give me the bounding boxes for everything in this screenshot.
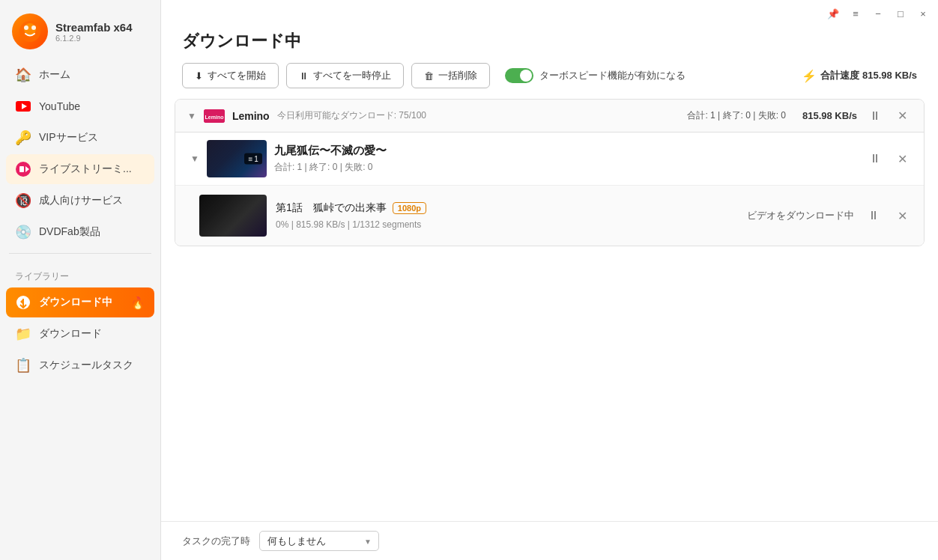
svg-text:Lemino: Lemino (205, 115, 223, 120)
sidebar-item-home[interactable]: 🏠 ホーム (6, 60, 154, 90)
sidebar-item-home-label: ホーム (39, 68, 70, 82)
page-title: ダウンロード中 (182, 30, 301, 52)
episode-status: ビデオをダウンロード中 (747, 209, 854, 222)
title-chevron[interactable]: ▼ (190, 153, 199, 164)
fire-icon: 🔥 (130, 296, 145, 310)
lib-item-downloading[interactable]: ダウンロード中 🔥 (6, 287, 154, 317)
title-close-button[interactable]: ✕ (893, 150, 912, 168)
lib-item-schedule[interactable]: 📋 スケジュールタスク (6, 350, 154, 380)
quality-badge: 1080p (393, 202, 426, 214)
app-name: Streamfab x64 (55, 21, 133, 34)
pause-all-label: すべてを一時停止 (313, 69, 391, 82)
sidebar-item-live[interactable]: ライブストリーミ... (6, 154, 154, 184)
lib-item-downloading-label: ダウンロード中 (39, 296, 112, 309)
episode-progress: 0% | 815.98 KB/s | 1/1312 segments (276, 219, 738, 230)
title-stats: 合計: 1 | 終了: 0 | 失敗: 0 (274, 161, 857, 174)
start-all-button[interactable]: ⬇ すべてを開始 (182, 63, 279, 88)
start-all-label: すべてを開始 (208, 69, 266, 82)
delete-all-button[interactable]: 🗑 一括削除 (411, 63, 490, 88)
adult-icon: 🔞 (15, 192, 31, 209)
titlebar: 📌 ≡ − □ × (161, 0, 938, 22)
episode-close-button[interactable]: ✕ (893, 207, 912, 225)
sidebar-item-dvd-label: DVDFab製品 (39, 225, 100, 239)
delete-all-icon: 🗑 (424, 70, 434, 82)
lib-item-downloaded[interactable]: 📁 ダウンロード (6, 319, 154, 349)
speed-text: 合計速度 815.98 KB/s (820, 69, 917, 82)
episode-title-row: 第1話 狐峠での出来事 1080p (276, 201, 738, 215)
maximize-button[interactable]: □ (892, 4, 910, 22)
title-name: 九尾狐伝〜不滅の愛〜 (274, 144, 857, 158)
sidebar-item-dvd[interactable]: 💿 DVDFab製品 (6, 217, 154, 247)
sidebar-item-vip-label: VIPサービス (39, 131, 98, 144)
sidebar-item-adult-label: 成人向けサービス (39, 194, 123, 207)
schedule-icon: 📋 (15, 357, 31, 374)
library-menu: ダウンロード中 🔥 📁 ダウンロード 📋 スケジュールタスク (0, 287, 160, 380)
turbo-toggle[interactable] (505, 68, 533, 83)
nav-separator (9, 253, 151, 254)
service-logo: Lemino (204, 109, 225, 123)
nav-menu: 🏠 ホーム YouTube 🔑 VIPサービス ライブストリーミ... 🔞 成人… (0, 60, 160, 247)
speed-icon: ⚡ (802, 69, 817, 83)
library-section-label: ライブラリー (0, 260, 160, 287)
episode-title: 第1話 狐峠での出来事 (276, 201, 387, 215)
svg-point-3 (31, 25, 36, 30)
task-completion-select-wrapper: 何もしません シャットダウン スリープ アプリを終了 (259, 531, 379, 551)
start-all-icon: ⬇ (195, 70, 203, 82)
home-icon: 🏠 (15, 67, 31, 83)
bottom-bar: タスクの完了時 何もしません シャットダウン スリープ アプリを終了 (161, 521, 938, 560)
toolbar: ⬇ すべてを開始 ⏸ すべてを一時停止 🗑 一括削除 ターボスピード機能が有効に… (161, 63, 938, 99)
episode-count-badge: ≡ 1 (244, 153, 261, 165)
service-header: ▼ Lemino Lemino 今日利用可能なダウンロード: 75/100 合計… (175, 100, 924, 133)
close-button[interactable]: × (914, 4, 932, 22)
downloading-icon (15, 294, 31, 311)
lib-item-downloaded-label: ダウンロード (39, 327, 102, 341)
episode-info: 第1話 狐峠での出来事 1080p 0% | 815.98 KB/s | 1/1… (276, 201, 738, 230)
vip-icon: 🔑 (15, 130, 31, 146)
service-stats: 合計: 1 | 終了: 0 | 失敗: 0 (687, 109, 786, 122)
main-content: 📌 ≡ − □ × ダウンロード中 ⬇ すべてを開始 ⏸ すべてを一時停止 🗑 … (161, 0, 938, 560)
live-icon (15, 161, 31, 177)
pause-all-button[interactable]: ⏸ すべてを一時停止 (286, 63, 404, 88)
dvd-icon: 💿 (15, 224, 31, 240)
app-logo (12, 13, 48, 49)
task-completion-label: タスクの完了時 (182, 535, 250, 548)
sidebar-item-youtube-label: YouTube (39, 100, 80, 112)
svg-rect-7 (19, 166, 24, 172)
page-header: ダウンロード中 (161, 22, 938, 63)
app-version: 6.1.2.9 (55, 34, 133, 43)
title-row: ▼ ≡ 1 九尾狐伝〜不滅の愛〜 合計: 1 | 終了: 0 | 失敗: 0 ⏸… (175, 133, 924, 186)
service-pause-button[interactable]: ⏸ (865, 108, 886, 124)
turbo-label: ターボスピード機能が有効になる (539, 69, 686, 82)
episode-thumbnail (199, 195, 267, 237)
service-info: 今日利用可能なダウンロード: 75/100 (277, 109, 426, 122)
sidebar: Streamfab x64 6.1.2.9 🏠 ホーム YouTube 🔑 VI… (0, 0, 161, 560)
episode-row: 第1話 狐峠での出来事 1080p 0% | 815.98 KB/s | 1/1… (175, 186, 924, 246)
episode-pause-button[interactable]: ⏸ (863, 207, 884, 224)
folder-icon: 📁 (15, 326, 31, 342)
pin-button[interactable]: 📌 (824, 4, 842, 22)
sidebar-item-youtube[interactable]: YouTube (6, 91, 154, 121)
service-speed: 815.98 KB/s (802, 110, 857, 121)
lib-item-schedule-label: スケジュールタスク (39, 359, 133, 372)
sidebar-item-live-label: ライブストリーミ... (39, 162, 132, 176)
speed-area: ⚡ 合計速度 815.98 KB/s (802, 69, 917, 83)
sidebar-item-vip[interactable]: 🔑 VIPサービス (6, 123, 154, 153)
service-group: ▼ Lemino Lemino 今日利用可能なダウンロード: 75/100 合計… (175, 99, 925, 246)
menu-button[interactable]: ≡ (847, 4, 865, 22)
title-info: 九尾狐伝〜不滅の愛〜 合計: 1 | 終了: 0 | 失敗: 0 (274, 144, 857, 174)
svg-point-2 (24, 25, 28, 30)
minimize-button[interactable]: − (869, 4, 887, 22)
episode-thumb-image (199, 195, 267, 237)
title-pause-button[interactable]: ⏸ (865, 150, 886, 167)
delete-all-label: 一括削除 (438, 69, 477, 82)
turbo-area: ターボスピード機能が有効になる (505, 68, 686, 83)
service-close-button[interactable]: ✕ (893, 107, 912, 124)
youtube-icon (15, 98, 31, 115)
title-thumbnail: ≡ 1 (207, 140, 267, 177)
logo-area: Streamfab x64 6.1.2.9 (0, 0, 160, 60)
service-name: Lemino (232, 110, 270, 122)
download-area: ▼ Lemino Lemino 今日利用可能なダウンロード: 75/100 合計… (161, 99, 938, 521)
sidebar-item-adult[interactable]: 🔞 成人向けサービス (6, 186, 154, 216)
service-chevron[interactable]: ▼ (187, 111, 196, 121)
task-completion-select[interactable]: 何もしません シャットダウン スリープ アプリを終了 (259, 531, 379, 551)
